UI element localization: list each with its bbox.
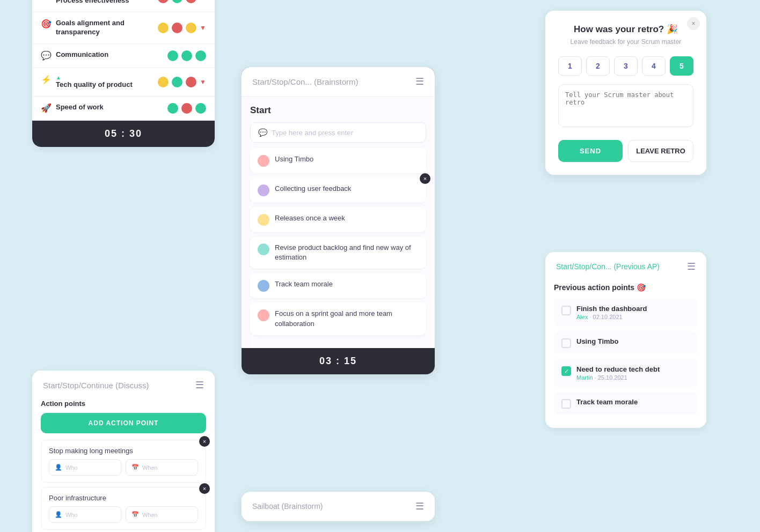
goals-icon: 🎯 (41, 19, 52, 29)
who-label-2: Who (65, 512, 78, 518)
rating-btn-3[interactable]: 3 (614, 56, 638, 76)
ap-item-3-user: Martin (576, 374, 593, 381)
close-action-2-button[interactable]: × (199, 483, 210, 494)
dot-3 (186, 77, 196, 87)
ap-item-3: ✓ Need to reduce tech debt Martin · 25.1… (554, 359, 698, 387)
ap-item-2-title: Using Timbo (576, 337, 618, 345)
item-1-text: Using Timbo (275, 154, 419, 164)
ap-item-4-title: Track team morale (576, 398, 638, 406)
brainstorm-header: Start/Stop/Con... (Brainstorm) ☰ (242, 67, 435, 97)
prev-ap-hamburger-icon[interactable]: ☰ (687, 261, 696, 272)
dot-1 (158, 23, 169, 33)
ap-item-4: Track team morale (554, 391, 698, 415)
speed-label: Speed of work (56, 103, 104, 112)
ap-item-2: Using Timbo (554, 331, 698, 354)
dot-3 (186, 0, 196, 3)
dot-2 (172, 0, 182, 3)
arrow-down-icon: ▼ (200, 0, 206, 2)
item-4-text: Revise product backlog and find new way … (275, 243, 419, 262)
retro-panel: × How was your retro? 🎉 Leave feedback f… (545, 11, 706, 175)
hamburger-icon[interactable]: ☰ (415, 76, 424, 87)
close-item-2-button[interactable]: × (420, 173, 430, 184)
rating-btn-5[interactable]: 5 (670, 56, 693, 76)
avatar-6 (258, 309, 269, 321)
brainstorm-content: Start 💬 Type here and press enter Using … (242, 97, 435, 348)
ap-item-1-user: Alex (576, 314, 588, 320)
action-points-label: Action points (41, 400, 206, 408)
rating-btn-4[interactable]: 4 (642, 56, 666, 76)
morale-row-process: 🎯 ▲ Process effectiveness ▼ (32, 0, 215, 12)
retro-subtitle: Leave feedback for your Scrum master (558, 38, 693, 46)
tech-label: Tech quality of product (56, 80, 133, 90)
brainstorm-item-6: Focus on a sprint goal and more team col… (250, 302, 426, 335)
who-label-1: Who (65, 464, 78, 471)
goals-label: Goals alignment and transparency (56, 19, 158, 37)
ap-checkbox-4[interactable] (561, 399, 571, 409)
dot-3 (195, 50, 206, 61)
action-card-1-fields: 👤 Who 📅 When (49, 459, 198, 476)
dot-2 (181, 50, 192, 61)
morale-timer: 05 : 30 (32, 121, 215, 147)
brainstorm-item-4: Revise product backlog and find new way … (250, 237, 426, 269)
prev-ap-panel: Start/Stop/Con... (Previous AP) ☰ Previo… (545, 252, 706, 428)
prev-ap-content: Previous action points 🎯 Finish the dash… (545, 281, 706, 428)
rating-btn-2[interactable]: 2 (586, 56, 610, 76)
discuss-content: Action points ADD ACTION POINT × Stop ma… (32, 400, 215, 532)
brainstorm-timer-bottom: 03 : 15 (242, 348, 435, 374)
ap-checkbox-2[interactable] (561, 338, 571, 348)
action-card-1: × Stop making long meetings 👤 Who 📅 When (41, 440, 206, 483)
rating-btn-1[interactable]: 1 (558, 56, 582, 76)
person-icon: 👤 (55, 464, 62, 471)
dot-1 (158, 77, 169, 87)
discuss-title: Start/Stop/Continue (Discuss) (43, 381, 149, 390)
dot-3 (186, 23, 196, 33)
item-6-text: Focus on a sprint goal and more team col… (275, 309, 419, 328)
morale-row-speed: 🚀 Speed of work (32, 97, 215, 121)
discuss-panel: Start/Stop/Continue (Discuss) ☰ Action p… (32, 371, 215, 532)
input-icon: 💬 (258, 128, 267, 137)
when-field-2[interactable]: 📅 When (126, 506, 198, 523)
action-card-2-title: Poor infrastructure (49, 494, 198, 502)
avatar-4 (258, 243, 269, 255)
morale-panel: 🎯 ▲ Process effectiveness ▼ 🎯 Goals alig… (32, 0, 215, 147)
dot-1 (158, 0, 169, 3)
leave-retro-button[interactable]: LEAVE RETRO (628, 140, 693, 162)
discuss-hamburger-icon[interactable]: ☰ (195, 379, 204, 391)
sailboat-panel: Sailboat (Brainstorm) ☰ (242, 492, 435, 521)
send-button[interactable]: SEND (558, 140, 623, 162)
avatar-2 (258, 184, 269, 196)
sailboat-header: Sailboat (Brainstorm) ☰ (242, 492, 435, 521)
action-card-2-fields: 👤 Who 📅 When (49, 506, 198, 523)
ap-checkbox-1[interactable] (561, 306, 571, 315)
ap-item-3-title: Need to reduce tech debt (576, 365, 660, 373)
ap-item-3-meta: Martin · 25.10.2021 (576, 374, 660, 381)
when-field-1[interactable]: 📅 When (126, 459, 198, 476)
sailboat-hamburger-icon[interactable]: ☰ (415, 500, 424, 512)
prev-ap-title: Start/Stop/Con... (Previous AP) (556, 262, 660, 271)
brainstorm-input-row[interactable]: 💬 Type here and press enter (250, 122, 426, 143)
rating-row: 1 2 3 4 5 (558, 56, 693, 76)
prev-ap-section-label: Previous action points 🎯 (554, 283, 698, 292)
arrow-down-icon: ▼ (200, 24, 206, 32)
action-card-2: × Poor infrastructure 👤 Who 📅 When (41, 487, 206, 530)
action-card-1-title: Stop making long meetings (49, 447, 198, 455)
ap-item-1-meta: Alex · 02.10.2021 (576, 314, 647, 320)
retro-close-button[interactable]: × (687, 17, 700, 30)
add-action-point-button[interactable]: ADD ACTION POINT (41, 413, 206, 433)
brainstorm-section: Start (250, 105, 426, 116)
retro-feedback-textarea[interactable] (558, 84, 693, 127)
close-action-1-button[interactable]: × (199, 436, 210, 447)
who-field-1[interactable]: 👤 Who (49, 459, 121, 476)
ap-item-1: Finish the dashboard Alex · 02.10.2021 (554, 298, 698, 327)
process-label: Process effectiveness (56, 0, 129, 5)
brainstorm-item-3: Releases once a week (250, 207, 426, 232)
discuss-header: Start/Stop/Continue (Discuss) ☰ (32, 371, 215, 400)
brainstorm-panel: Start/Stop/Con... (Brainstorm) ☰ Start 💬… (242, 67, 435, 374)
who-field-2[interactable]: 👤 Who (49, 506, 121, 523)
dot-3 (195, 103, 206, 114)
dot-1 (167, 103, 178, 114)
ap-checkbox-3[interactable]: ✓ (561, 366, 571, 376)
dot-2 (181, 103, 192, 114)
item-2-text: Collecting user feedback (275, 184, 419, 194)
dot-2 (172, 77, 182, 87)
